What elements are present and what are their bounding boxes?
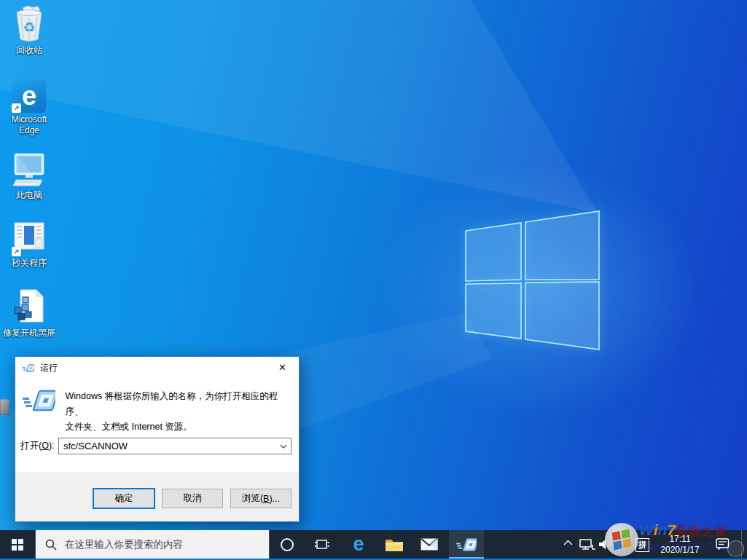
edge-taskbar-button[interactable]: e bbox=[341, 530, 376, 559]
volume-tray-button[interactable] bbox=[599, 539, 612, 550]
run-icon bbox=[456, 537, 477, 553]
partial-desktop-icon[interactable] bbox=[0, 399, 9, 415]
icon-label: 秒关程序 bbox=[3, 258, 55, 269]
action-center-icon bbox=[716, 538, 730, 551]
desktop-icon-microsoft-edge[interactable]: e ↗ Microsoft Edge bbox=[3, 75, 55, 136]
search-icon bbox=[45, 539, 57, 551]
open-label: 打开(O): bbox=[20, 440, 58, 452]
folder-icon bbox=[385, 537, 404, 552]
cortana-button[interactable] bbox=[270, 530, 305, 559]
this-pc-icon bbox=[12, 152, 47, 189]
shortcut-arrow-icon: ↗ bbox=[12, 247, 21, 256]
clock-date: 2020/1/17 bbox=[653, 545, 707, 556]
task-view-button[interactable] bbox=[305, 530, 340, 559]
icon-label: 此电脑 bbox=[3, 190, 55, 201]
run-dialog-description: Windows 将根据你所输入的名称，为你打开相应的程序、 文件夹、文档或 In… bbox=[66, 389, 289, 435]
desktop-icon-recycle-bin[interactable]: ♻ 回收站 bbox=[3, 6, 55, 56]
run-dialog-button-strip: 确定 取消 浏览(B)... bbox=[15, 473, 299, 521]
edge-icon: e bbox=[353, 535, 364, 554]
desktop-icon-fix-file[interactable]: 修复开机黑屏 bbox=[3, 288, 55, 339]
mail-icon bbox=[421, 538, 438, 551]
clock-time: 17:11 bbox=[653, 534, 707, 545]
icon-label: 回收站 bbox=[3, 45, 55, 56]
recycle-bin-icon: ♻ bbox=[12, 6, 46, 44]
cortana-icon bbox=[280, 537, 294, 552]
start-button[interactable] bbox=[0, 530, 35, 559]
action-center-button[interactable] bbox=[716, 538, 730, 551]
run-taskbar-button[interactable] bbox=[449, 530, 484, 559]
start-icon bbox=[12, 539, 23, 551]
ok-button[interactable]: 确定 bbox=[93, 488, 155, 509]
network-tray-button[interactable] bbox=[579, 539, 595, 551]
speaker-icon bbox=[599, 539, 612, 550]
mail-button[interactable] bbox=[412, 530, 447, 559]
taskbar-search-input[interactable]: 在这里输入你要搜索的内容 bbox=[35, 530, 270, 559]
icon-label: Microsoft Edge bbox=[3, 114, 55, 136]
run-icon bbox=[23, 363, 34, 373]
desktop-icon-app-shortcut[interactable]: ↗ 秒关程序 bbox=[3, 218, 55, 269]
cancel-button[interactable]: 取消 bbox=[162, 489, 223, 508]
dialog-title: 运行 bbox=[40, 362, 58, 374]
run-icon bbox=[23, 387, 55, 414]
network-icon bbox=[579, 539, 595, 551]
run-dialog-window: 运行 ✕ Windows 将根据你所输入的名称，为你打开相应的程序、 文件夹、文… bbox=[15, 356, 300, 522]
browse-button[interactable]: 浏览(B)... bbox=[230, 489, 292, 508]
shortcut-arrow-icon: ↗ bbox=[12, 103, 21, 113]
run-command-value: sfc/SCANNOW bbox=[63, 441, 279, 451]
svg-text:♻: ♻ bbox=[23, 19, 35, 35]
taskbar: 在这里输入你要搜索的内容 e bbox=[0, 530, 747, 559]
run-dialog-body: Windows 将根据你所输入的名称，为你打开相应的程序、 文件夹、文档或 In… bbox=[15, 379, 299, 473]
ime-indicator[interactable]: 拼 bbox=[635, 538, 649, 552]
windows-logo-wallpaper bbox=[459, 206, 605, 359]
language-indicator[interactable]: 英 bbox=[617, 540, 626, 553]
tray-expand-button[interactable] bbox=[563, 540, 573, 545]
run-dialog-titlebar[interactable]: 运行 ✕ bbox=[15, 357, 299, 379]
chevron-up-icon bbox=[563, 540, 573, 545]
fix-file-icon bbox=[12, 288, 47, 326]
desktop-icon-this-pc[interactable]: 此电脑 bbox=[3, 151, 55, 201]
show-desktop-button[interactable] bbox=[741, 530, 747, 559]
icon-label: 修复开机黑屏 bbox=[3, 328, 55, 339]
search-placeholder: 在这里输入你要搜索的内容 bbox=[65, 538, 183, 551]
close-icon[interactable]: ✕ bbox=[266, 357, 299, 378]
file-explorer-button[interactable] bbox=[377, 530, 412, 559]
chevron-down-icon[interactable] bbox=[279, 443, 288, 449]
task-view-icon bbox=[315, 539, 329, 551]
clock[interactable]: 17:11 2020/1/17 bbox=[653, 534, 707, 555]
run-command-combobox[interactable]: sfc/SCANNOW bbox=[58, 438, 292, 454]
